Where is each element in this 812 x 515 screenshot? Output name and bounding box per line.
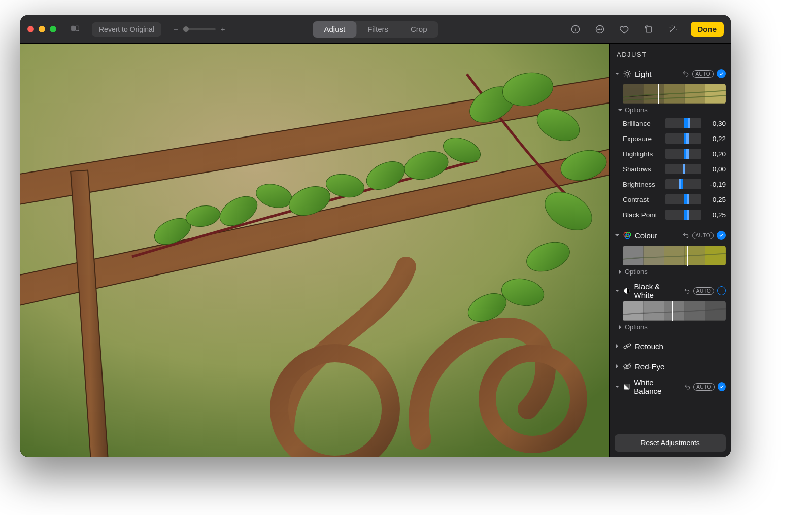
rotate-icon[interactable] (642, 23, 655, 36)
done-button[interactable]: Done (691, 22, 724, 37)
svg-rect-37 (705, 84, 726, 104)
panel-light-header[interactable]: Light AUTO (615, 66, 726, 81)
slider-track[interactable] (665, 179, 701, 189)
revert-button[interactable]: Revert to Original (92, 22, 161, 37)
options-label: Options (625, 106, 648, 114)
chevron-down-icon (615, 384, 620, 389)
white-balance-icon (623, 382, 631, 391)
auto-button[interactable]: AUTO (692, 232, 714, 239)
panel-bw-header[interactable]: Black & White AUTO (615, 284, 726, 298)
slider-label: Black Point (623, 211, 662, 219)
slider-black-point: Black Point0,25 (623, 207, 726, 222)
slider-track[interactable] (665, 210, 701, 220)
auto-button[interactable]: AUTO (693, 287, 715, 295)
panel-wb-header[interactable]: White Balance AUTO (615, 380, 726, 394)
bw-filmstrip-handle[interactable] (672, 301, 673, 321)
slider-track[interactable] (665, 133, 701, 144)
light-filmstrip[interactable] (623, 84, 726, 104)
slider-value: 0,20 (704, 150, 726, 158)
slider-track[interactable] (665, 149, 701, 159)
chevron-right-icon (618, 325, 623, 330)
panel-bw-enable-toggle[interactable] (717, 286, 726, 295)
tab-adjust[interactable]: Adjust (313, 21, 356, 38)
minimize-window-button[interactable] (39, 26, 45, 32)
panel-wb-enable-toggle[interactable] (718, 382, 726, 391)
svg-rect-43 (664, 246, 685, 265)
reset-adjustments-button[interactable]: Reset Adjustments (615, 434, 726, 452)
bw-filmstrip[interactable] (623, 301, 726, 321)
svg-rect-49 (664, 301, 685, 321)
svg-rect-34 (644, 84, 664, 104)
fullscreen-window-button[interactable] (50, 26, 56, 32)
options-label: Options (625, 323, 648, 331)
light-filmstrip-handle[interactable] (658, 84, 659, 104)
more-icon[interactable] (593, 23, 606, 36)
slider-value: 0,25 (704, 196, 726, 203)
zoom-control[interactable]: − + (174, 25, 225, 33)
panel-light-enable-toggle[interactable] (717, 69, 726, 78)
undo-icon[interactable] (684, 383, 691, 390)
colour-filmstrip[interactable] (623, 246, 726, 266)
window-body: ADJUST Light AUTO (20, 44, 731, 457)
sidebar-header: ADJUST (610, 44, 731, 63)
panel-white-balance: White Balance AUTO (610, 376, 731, 397)
slider-label: Brightness (623, 181, 662, 188)
panel-retouch-header[interactable]: Retouch (615, 339, 726, 353)
window-controls (27, 26, 56, 32)
svg-rect-47 (623, 301, 644, 321)
zoom-in-button[interactable]: + (221, 25, 225, 33)
svg-rect-51 (705, 301, 726, 321)
photo-canvas[interactable] (20, 44, 609, 457)
panel-colour-title: Colour (635, 231, 657, 240)
panel-colour-enable-toggle[interactable] (717, 231, 726, 240)
light-options-toggle[interactable]: Options (618, 106, 726, 114)
svg-rect-48 (644, 301, 664, 321)
svg-point-4 (597, 29, 598, 30)
slider-label: Shadows (623, 165, 662, 173)
panel-light-title: Light (635, 70, 652, 78)
undo-icon[interactable] (684, 287, 690, 294)
favorite-icon[interactable] (618, 23, 631, 36)
zoom-out-button[interactable]: − (174, 25, 178, 33)
sidebar-toggle-icon[interactable] (69, 23, 82, 36)
svg-rect-0 (72, 26, 75, 30)
svg-point-31 (626, 72, 629, 75)
svg-rect-7 (646, 27, 652, 32)
panel-colour: Colour AUTO (610, 225, 731, 281)
slider-track[interactable] (665, 118, 701, 128)
zoom-slider[interactable] (183, 28, 216, 30)
chevron-right-icon (615, 364, 620, 369)
panel-retouch: Retouch (610, 336, 731, 356)
tab-filters[interactable]: Filters (356, 21, 399, 38)
panel-colour-header[interactable]: Colour AUTO (615, 228, 726, 243)
svg-point-5 (599, 29, 600, 30)
magic-wand-icon[interactable] (666, 23, 680, 36)
light-icon (623, 69, 632, 78)
undo-icon[interactable] (682, 232, 689, 239)
auto-button[interactable]: AUTO (692, 70, 714, 78)
sidebar-scroll[interactable]: Light AUTO (610, 63, 731, 429)
close-window-button[interactable] (27, 26, 34, 32)
chevron-right-icon (618, 269, 623, 274)
adjust-sidebar: ADJUST Light AUTO (609, 44, 731, 457)
svg-rect-45 (705, 246, 726, 265)
tab-crop[interactable]: Crop (399, 21, 438, 38)
svg-rect-52 (623, 343, 631, 349)
panel-wb-title: White Balance (634, 378, 678, 395)
slider-value: 0,22 (704, 135, 726, 143)
chevron-down-icon (615, 288, 620, 293)
slider-track[interactable] (665, 194, 701, 204)
auto-button[interactable]: AUTO (693, 383, 715, 391)
options-label: Options (625, 268, 648, 276)
mode-tabs: Adjust Filters Crop (313, 21, 438, 38)
slider-track[interactable] (665, 164, 701, 174)
panel-redeye-header[interactable]: Red-Eye (615, 359, 726, 373)
chevron-down-icon (615, 71, 620, 76)
colour-options-toggle[interactable]: Options (618, 268, 726, 276)
bw-options-toggle[interactable]: Options (618, 323, 726, 331)
bw-icon (623, 286, 631, 295)
undo-icon[interactable] (682, 70, 689, 77)
info-icon[interactable] (569, 23, 582, 36)
toolbar: Revert to Original − + Adjust Filters Cr… (20, 15, 731, 44)
colour-filmstrip-handle[interactable] (687, 246, 688, 266)
